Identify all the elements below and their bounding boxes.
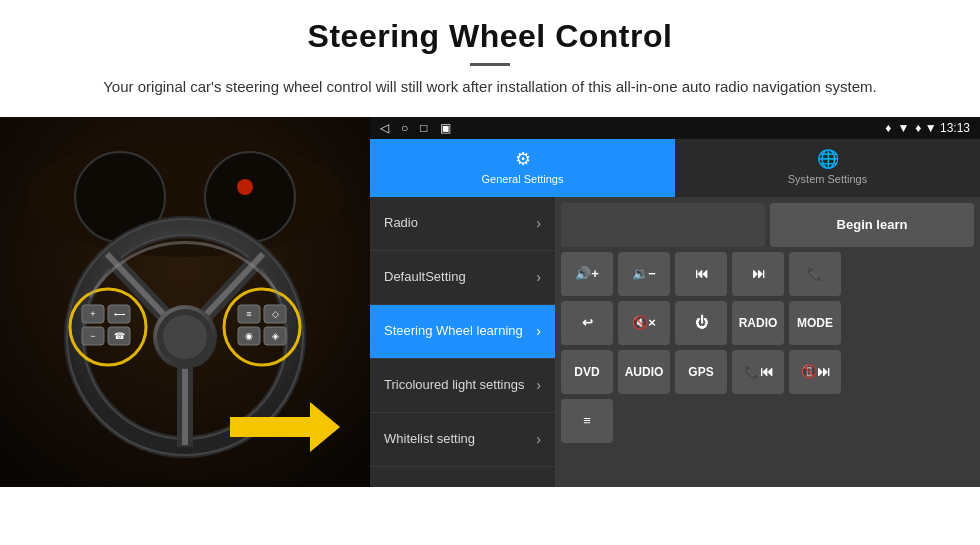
next-track-icon: ⏭ — [752, 266, 765, 281]
menu-item-default-setting[interactable]: DefaultSetting › — [370, 251, 555, 305]
tab-general-settings[interactable]: ⚙ General Settings — [370, 139, 675, 197]
svg-text:☎: ☎ — [114, 331, 125, 341]
title-divider — [470, 63, 510, 66]
mode-label: MODE — [797, 316, 833, 330]
signal-icon: ▼ — [897, 121, 909, 135]
svg-text:◇: ◇ — [272, 309, 279, 319]
dvd-label: DVD — [574, 365, 599, 379]
phone-prev-button[interactable]: 📞⏮ — [732, 350, 784, 394]
audio-button[interactable]: AUDIO — [618, 350, 670, 394]
menu-panel: Radio › DefaultSetting › Steering Wheel … — [370, 197, 555, 487]
controls-row-1: Begin learn — [561, 203, 974, 247]
svg-text:+: + — [90, 309, 95, 319]
menu-item-tricoloured[interactable]: Tricoloured light settings › — [370, 359, 555, 413]
controls-row-3: ↩ 🔇× ⏻ RADIO MODE — [561, 301, 974, 345]
tab-system-settings[interactable]: 🌐 System Settings — [675, 139, 980, 197]
menu-item-radio[interactable]: Radio › — [370, 197, 555, 251]
svg-text:≡: ≡ — [246, 309, 251, 319]
nav-recent-icon[interactable]: □ — [420, 121, 427, 135]
radio-label: RADIO — [739, 316, 778, 330]
phone-answer-icon: 📞 — [807, 266, 823, 281]
volume-down-icon: 🔉− — [632, 266, 656, 281]
empty-cell-1 — [561, 203, 765, 247]
svg-text:⟵: ⟵ — [114, 310, 126, 319]
nav-home-icon[interactable]: ○ — [401, 121, 408, 135]
controls-panel: Begin learn 🔊+ 🔉− ⏮ ⏭ — [555, 197, 980, 487]
volume-up-icon: 🔊+ — [575, 266, 599, 281]
gps-button[interactable]: GPS — [675, 350, 727, 394]
gps-label: GPS — [688, 365, 713, 379]
svg-text:◉: ◉ — [245, 331, 253, 341]
dvd-button[interactable]: DVD — [561, 350, 613, 394]
svg-text:◈: ◈ — [272, 331, 279, 341]
chevron-right-icon: › — [536, 269, 541, 285]
hang-next-icon: 📵⏭ — [801, 364, 830, 379]
mode-button[interactable]: MODE — [789, 301, 841, 345]
controls-row-5: ≡ — [561, 399, 974, 443]
chevron-right-icon: › — [536, 377, 541, 393]
nav-icons: ◁ ○ □ ▣ — [380, 121, 451, 135]
menu-label-default: DefaultSetting — [384, 269, 536, 285]
hang-up-button[interactable]: ↩ — [561, 301, 613, 345]
radio-button[interactable]: RADIO — [732, 301, 784, 345]
power-button[interactable]: ⏻ — [675, 301, 727, 345]
clock: ♦ ▼ 13:13 — [915, 121, 970, 135]
menu-icon-button[interactable]: ≡ — [561, 399, 613, 443]
chevron-right-icon: › — [536, 323, 541, 339]
controls-row-2: 🔊+ 🔉− ⏮ ⏭ 📞 — [561, 252, 974, 296]
mute-icon: 🔇× — [632, 315, 656, 330]
power-icon: ⏻ — [695, 315, 708, 330]
page-header: Steering Wheel Control Your original car… — [0, 0, 980, 109]
system-settings-icon: 🌐 — [817, 148, 839, 170]
page-title: Steering Wheel Control — [40, 18, 940, 55]
next-track-button[interactable]: ⏭ — [732, 252, 784, 296]
location-icon: ♦ — [885, 121, 891, 135]
menu-item-whitelist[interactable]: Whitelist setting › — [370, 413, 555, 467]
menu-list-icon: ≡ — [583, 413, 591, 428]
phone-prev-icon: 📞⏮ — [744, 364, 773, 379]
nav-menu-icon[interactable]: ▣ — [440, 121, 451, 135]
svg-point-4 — [237, 179, 253, 195]
menu-label-radio: Radio — [384, 215, 536, 231]
tab-bar: ⚙ General Settings 🌐 System Settings — [370, 139, 980, 197]
main-content: + − ⟵ ☎ ≡ ◉ ◇ ◈ ◁ — [0, 117, 980, 487]
tab-general-label: General Settings — [482, 173, 564, 185]
svg-text:−: − — [90, 331, 95, 341]
menu-label-whitelist: Whitelist setting — [384, 431, 536, 447]
status-bar: ◁ ○ □ ▣ ♦ ▼ ♦ ▼ 13:13 — [370, 117, 980, 139]
audio-label: AUDIO — [625, 365, 664, 379]
prev-track-icon: ⏮ — [695, 266, 708, 281]
hang-up-icon: ↩ — [582, 315, 593, 330]
status-right: ♦ ▼ ♦ ▼ 13:13 — [885, 121, 970, 135]
hang-next-button[interactable]: 📵⏭ — [789, 350, 841, 394]
volume-down-button[interactable]: 🔉− — [618, 252, 670, 296]
phone-answer-button[interactable]: 📞 — [789, 252, 841, 296]
steering-wheel-image: + − ⟵ ☎ ≡ ◉ ◇ ◈ — [0, 117, 370, 487]
nav-back-icon[interactable]: ◁ — [380, 121, 389, 135]
tab-system-label: System Settings — [788, 173, 867, 185]
begin-learn-button[interactable]: Begin learn — [770, 203, 974, 247]
mute-button[interactable]: 🔇× — [618, 301, 670, 345]
volume-up-button[interactable]: 🔊+ — [561, 252, 613, 296]
header-description: Your original car's steering wheel contr… — [40, 76, 940, 99]
chevron-right-icon: › — [536, 215, 541, 231]
content-area: Radio › DefaultSetting › Steering Wheel … — [370, 197, 980, 487]
menu-item-steering-wheel[interactable]: Steering Wheel learning › — [370, 305, 555, 359]
controls-row-4: DVD AUDIO GPS 📞⏮ 📵⏭ — [561, 350, 974, 394]
general-settings-icon: ⚙ — [515, 148, 531, 170]
android-panel: ◁ ○ □ ▣ ♦ ▼ ♦ ▼ 13:13 ⚙ General Settings… — [370, 117, 980, 487]
menu-label-steering: Steering Wheel learning — [384, 323, 536, 339]
chevron-right-icon: › — [536, 431, 541, 447]
prev-track-button[interactable]: ⏮ — [675, 252, 727, 296]
svg-point-1 — [25, 137, 345, 257]
menu-label-tricoloured: Tricoloured light settings — [384, 377, 536, 393]
svg-point-16 — [163, 315, 207, 359]
